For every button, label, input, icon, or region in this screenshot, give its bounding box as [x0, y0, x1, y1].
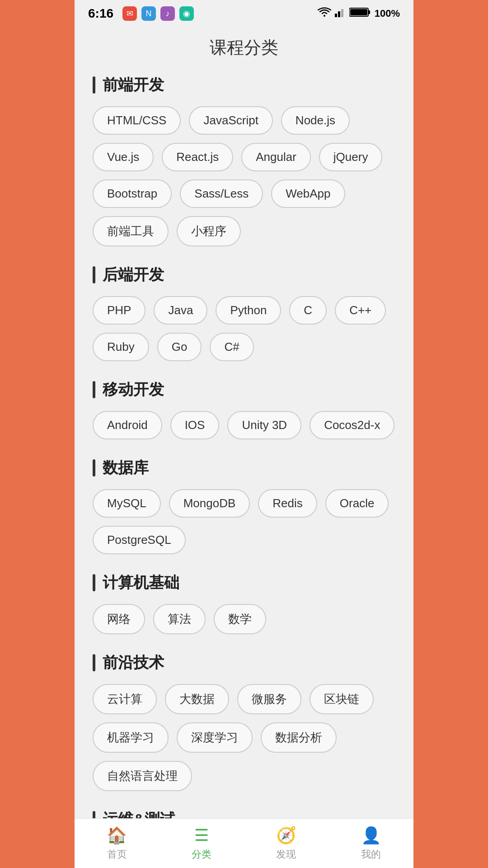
section-title-database: 数据库	[103, 458, 149, 478]
section-devops: 运维&测试测试运维	[93, 809, 395, 818]
notification-icons: ✉ N ♪ ◉	[122, 6, 194, 21]
tags-wrap-backend: PHPJavaPythonCC++RubyGoC#	[93, 296, 395, 361]
tag-frontend-9[interactable]: WebApp	[271, 179, 345, 208]
section-frontier: 前沿技术云计算大数据微服务区块链机器学习深度学习数据分析自然语言处理	[93, 652, 395, 791]
section-bar-devops	[93, 811, 95, 818]
status-right-icons: 100%	[318, 7, 400, 20]
section-title-frontend: 前端开发	[103, 75, 164, 95]
tag-database-4[interactable]: PostgreSQL	[93, 526, 186, 554]
tag-cs-basics-1[interactable]: 算法	[153, 604, 206, 634]
nav-item-discover[interactable]: 🧭发现	[276, 826, 296, 861]
page-title: 课程分类	[75, 36, 413, 59]
section-bar-database	[93, 459, 95, 476]
section-title-mobile: 移动开发	[103, 379, 164, 400]
tag-frontend-8[interactable]: Sass/Less	[180, 179, 263, 208]
section-title-cs-basics: 计算机基础	[103, 572, 179, 593]
tag-backend-1[interactable]: Java	[154, 296, 207, 325]
tags-wrap-cs-basics: 网络算法数学	[93, 604, 395, 634]
tag-frontend-7[interactable]: Bootstrap	[93, 179, 172, 208]
svg-rect-3	[341, 9, 343, 17]
tag-frontier-7[interactable]: 自然语言处理	[93, 761, 192, 791]
battery-percent: 100%	[375, 8, 400, 19]
tags-wrap-frontend: HTML/CSSJavaScriptNode.jsVue.jsReact.jsA…	[93, 106, 395, 246]
tag-frontier-3[interactable]: 区块链	[310, 684, 374, 714]
nav-icon-discover: 🧭	[276, 826, 296, 845]
battery-icon	[349, 7, 371, 20]
tag-frontend-6[interactable]: jQuery	[319, 143, 383, 171]
tag-frontier-4[interactable]: 机器学习	[93, 722, 169, 753]
phone-frame: 6:16 ✉ N ♪ ◉	[75, 0, 413, 868]
tag-mobile-2[interactable]: Unity 3D	[227, 411, 301, 439]
tag-backend-5[interactable]: Ruby	[93, 333, 149, 361]
tag-database-2[interactable]: Redis	[258, 489, 317, 518]
section-bar-frontier	[93, 654, 95, 671]
section-bar-backend	[93, 266, 95, 283]
tags-wrap-frontier: 云计算大数据微服务区块链机器学习深度学习数据分析自然语言处理	[93, 684, 395, 791]
section-bar-frontend	[93, 76, 95, 94]
tag-frontend-1[interactable]: JavaScript	[189, 106, 272, 135]
tag-mobile-3[interactable]: Cocos2d-x	[310, 411, 394, 439]
section-header-cs-basics: 计算机基础	[93, 572, 395, 593]
section-header-backend: 后端开发	[93, 264, 395, 285]
section-cs-basics: 计算机基础网络算法数学	[93, 572, 395, 634]
tag-frontend-2[interactable]: Node.js	[281, 106, 350, 135]
content-scroll[interactable]: 前端开发HTML/CSSJavaScriptNode.jsVue.jsReact…	[75, 70, 413, 818]
nav-icon-home: 🏠	[107, 826, 127, 845]
tag-backend-7[interactable]: C#	[210, 333, 253, 361]
section-bar-mobile	[93, 381, 95, 398]
nav-item-mine[interactable]: 👤我的	[361, 826, 381, 861]
svg-rect-1	[335, 14, 337, 17]
tag-backend-3[interactable]: C	[289, 296, 327, 325]
section-title-backend: 后端开发	[103, 264, 164, 285]
tag-frontier-1[interactable]: 大数据	[165, 684, 229, 714]
nav-label-mine: 我的	[361, 848, 381, 861]
tags-wrap-database: MySQLMongoDBRedisOraclePostgreSQL	[93, 489, 395, 554]
tag-frontend-10[interactable]: 前端工具	[93, 216, 169, 246]
tag-mobile-0[interactable]: Android	[93, 411, 162, 439]
tag-frontend-5[interactable]: Angular	[241, 143, 311, 171]
tag-database-0[interactable]: MySQL	[93, 489, 161, 518]
section-database: 数据库MySQLMongoDBRedisOraclePostgreSQL	[93, 458, 395, 554]
nav-icon-category: ☰	[194, 826, 209, 845]
section-header-mobile: 移动开发	[93, 379, 395, 400]
section-bar-cs-basics	[93, 574, 95, 591]
tag-backend-2[interactable]: Python	[216, 296, 281, 325]
tag-frontier-0[interactable]: 云计算	[93, 684, 157, 714]
section-title-devops: 运维&测试	[103, 809, 175, 818]
section-header-devops: 运维&测试	[93, 809, 395, 818]
section-header-frontend: 前端开发	[93, 75, 395, 95]
section-backend: 后端开发PHPJavaPythonCC++RubyGoC#	[93, 264, 395, 361]
tag-frontend-3[interactable]: Vue.js	[93, 143, 154, 171]
svg-rect-5	[368, 10, 370, 14]
notif-icon-4: ◉	[179, 6, 194, 21]
notif-icon-2: N	[141, 6, 156, 21]
tag-backend-6[interactable]: Go	[157, 333, 202, 361]
tag-backend-4[interactable]: C++	[335, 296, 386, 325]
tags-wrap-mobile: AndroidIOSUnity 3DCocos2d-x	[93, 411, 395, 439]
tag-cs-basics-0[interactable]: 网络	[93, 604, 145, 634]
svg-rect-2	[338, 11, 340, 17]
notif-icon-3: ♪	[160, 6, 175, 21]
section-header-database: 数据库	[93, 458, 395, 478]
section-title-frontier: 前沿技术	[103, 652, 164, 673]
tag-frontend-4[interactable]: React.js	[162, 143, 233, 171]
status-bar: 6:16 ✉ N ♪ ◉	[75, 0, 413, 27]
tag-frontend-0[interactable]: HTML/CSS	[93, 106, 181, 135]
svg-rect-6	[350, 9, 367, 15]
tag-database-1[interactable]: MongoDB	[169, 489, 250, 518]
bottom-nav: 🏠首页☰分类🧭发现👤我的	[75, 818, 413, 868]
section-header-frontier: 前沿技术	[93, 652, 395, 673]
tag-frontier-6[interactable]: 数据分析	[261, 722, 337, 753]
tag-cs-basics-2[interactable]: 数学	[214, 604, 266, 634]
nav-item-category[interactable]: ☰分类	[192, 826, 211, 861]
nav-item-home[interactable]: 🏠首页	[107, 826, 127, 861]
nav-label-discover: 发现	[276, 848, 296, 861]
page-title-bar: 课程分类	[75, 27, 413, 70]
tag-database-3[interactable]: Oracle	[325, 489, 389, 518]
tag-frontend-11[interactable]: 小程序	[177, 216, 241, 246]
tag-backend-0[interactable]: PHP	[93, 296, 145, 325]
tag-mobile-1[interactable]: IOS	[170, 411, 220, 439]
tag-frontier-5[interactable]: 深度学习	[177, 722, 253, 753]
tag-frontier-2[interactable]: 微服务	[237, 684, 301, 714]
nav-icon-mine: 👤	[361, 826, 381, 845]
